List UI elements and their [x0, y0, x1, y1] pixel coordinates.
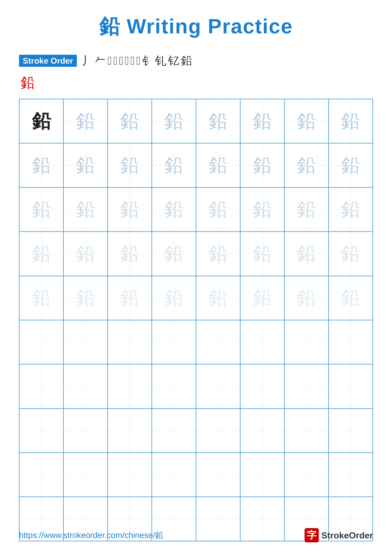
practice-grid: 鉛 鉛 鉛 鉛 鉛 鉛 鉛 鉛 鉛 鉛 鉛 鉛 鉛 鉛 鉛 鉛 鉛 鉛 鉛 鉛 …	[19, 99, 373, 541]
cell-4-7: 鉛	[284, 232, 328, 276]
stroke-1: 丿	[82, 53, 93, 68]
cell-4-3: 鉛	[108, 232, 152, 276]
stroke-11: 钇	[168, 53, 179, 68]
grid-row-3: 鉛 鉛 鉛 鉛 鉛 鉛 鉛 鉛	[19, 188, 373, 232]
stroke-12: 鉛	[181, 53, 192, 68]
cell-4-5: 鉛	[196, 232, 240, 276]
grid-row-4: 鉛 鉛 鉛 鉛 鉛 鉛 鉛 鉛	[19, 232, 373, 276]
cell-2-3: 鉛	[108, 143, 152, 187]
cell-7-6	[240, 364, 284, 408]
cell-5-1: 鉛	[19, 276, 64, 320]
brand-char: 字	[307, 529, 316, 542]
stroke-10: 钆	[155, 53, 166, 68]
cell-2-1: 鉛	[19, 143, 64, 187]
stroke-order-badge: Stroke Order	[19, 55, 77, 67]
cell-3-6: 鉛	[240, 188, 284, 232]
cell-7-2	[64, 364, 107, 408]
page-container: 鉛 Writing Practice Stroke Order 丿 𠂉 𠃋 𠃌 …	[0, 0, 392, 555]
cell-4-8: 鉛	[328, 232, 373, 276]
cell-2-7: 鉛	[284, 143, 328, 187]
cell-3-3: 鉛	[108, 188, 152, 232]
cell-1-8: 鉛	[328, 99, 373, 143]
cell-5-8: 鉛	[328, 276, 373, 320]
cell-7-8	[328, 364, 373, 408]
grid-row-2: 鉛 鉛 鉛 鉛 鉛 鉛 鉛 鉛	[19, 143, 373, 187]
stroke-5: 𠄌	[119, 54, 123, 67]
cell-3-7: 鉛	[284, 188, 328, 232]
cell-7-1	[19, 364, 64, 408]
cell-6-2	[64, 320, 107, 364]
footer: https://www.strokeorder.com/chinese/鉛 字 …	[19, 528, 373, 542]
grid-row-7	[19, 364, 373, 408]
cell-1-2: 鉛	[64, 99, 107, 143]
cell-8-1	[19, 409, 64, 453]
cell-7-5	[196, 364, 240, 408]
cell-1-6: 鉛	[240, 99, 284, 143]
brand-icon: 字	[305, 528, 319, 542]
cell-9-2	[64, 453, 107, 497]
cell-4-6: 鉛	[240, 232, 284, 276]
cell-5-6: 鉛	[240, 276, 284, 320]
stroke-chars: 丿 𠂉 𠃋 𠃌 𠄌 𠄎 𠄏 𠄐 钅 钆 钇 鉛	[82, 53, 192, 68]
grid-row-8	[19, 409, 373, 453]
cell-3-2: 鉛	[64, 188, 107, 232]
footer-url[interactable]: https://www.strokeorder.com/chinese/鉛	[19, 530, 163, 541]
stroke-4: 𠃌	[113, 54, 117, 67]
cell-1-1: 鉛	[19, 99, 64, 143]
cell-8-6	[240, 409, 284, 453]
cell-5-4: 鉛	[152, 276, 196, 320]
grid-row-1: 鉛 鉛 鉛 鉛 鉛 鉛 鉛 鉛	[19, 99, 373, 143]
cell-9-4	[152, 453, 196, 497]
cell-1-7: 鉛	[284, 99, 328, 143]
stroke-order-row: Stroke Order 丿 𠂉 𠃋 𠃌 𠄌 𠄎 𠄏 𠄐 钅 钆 钇 鉛	[19, 53, 192, 68]
cell-6-6	[240, 320, 284, 364]
cell-4-1: 鉛	[19, 232, 64, 276]
cell-2-8: 鉛	[328, 143, 373, 187]
cell-6-4	[152, 320, 196, 364]
cell-1-4: 鉛	[152, 99, 196, 143]
cell-8-7	[284, 409, 328, 453]
grid-row-6	[19, 320, 373, 364]
cell-9-1	[19, 453, 64, 497]
cell-2-4: 鉛	[152, 143, 196, 187]
cell-1-5: 鉛	[196, 99, 240, 143]
stroke-6: 𠄎	[125, 54, 129, 67]
cell-5-2: 鉛	[64, 276, 107, 320]
cell-8-5	[196, 409, 240, 453]
cell-6-8	[328, 320, 373, 364]
cell-4-2: 鉛	[64, 232, 107, 276]
cell-3-8: 鉛	[328, 188, 373, 232]
footer-brand: 字 StrokeOrder	[305, 528, 373, 542]
stroke-final-char: 鉛	[21, 73, 35, 92]
cell-7-3	[108, 364, 152, 408]
cell-8-8	[328, 409, 373, 453]
cell-6-7	[284, 320, 328, 364]
cell-5-7: 鉛	[284, 276, 328, 320]
cell-4-4: 鉛	[152, 232, 196, 276]
cell-9-6	[240, 453, 284, 497]
cell-9-5	[196, 453, 240, 497]
cell-8-2	[64, 409, 107, 453]
brand-name: StrokeOrder	[321, 530, 373, 540]
cell-2-5: 鉛	[196, 143, 240, 187]
cell-2-6: 鉛	[240, 143, 284, 187]
cell-9-3	[108, 453, 152, 497]
cell-9-7	[284, 453, 328, 497]
page-title: 鉛 Writing Practice	[99, 13, 293, 41]
cell-3-1: 鉛	[19, 188, 64, 232]
stroke-9: 钅	[142, 53, 153, 68]
cell-1-3: 鉛	[108, 99, 152, 143]
stroke-8: 𠄐	[136, 54, 140, 67]
cell-3-5: 鉛	[196, 188, 240, 232]
cell-5-3: 鉛	[108, 276, 152, 320]
cell-6-3	[108, 320, 152, 364]
stroke-7: 𠄏	[130, 54, 135, 67]
cell-8-4	[152, 409, 196, 453]
cell-9-8	[328, 453, 373, 497]
cell-2-2: 鉛	[64, 143, 107, 187]
cell-6-5	[196, 320, 240, 364]
stroke-2: 𠂉	[95, 54, 106, 67]
grid-row-5: 鉛 鉛 鉛 鉛 鉛 鉛 鉛 鉛	[19, 276, 373, 320]
cell-7-7	[284, 364, 328, 408]
cell-7-4	[152, 364, 196, 408]
